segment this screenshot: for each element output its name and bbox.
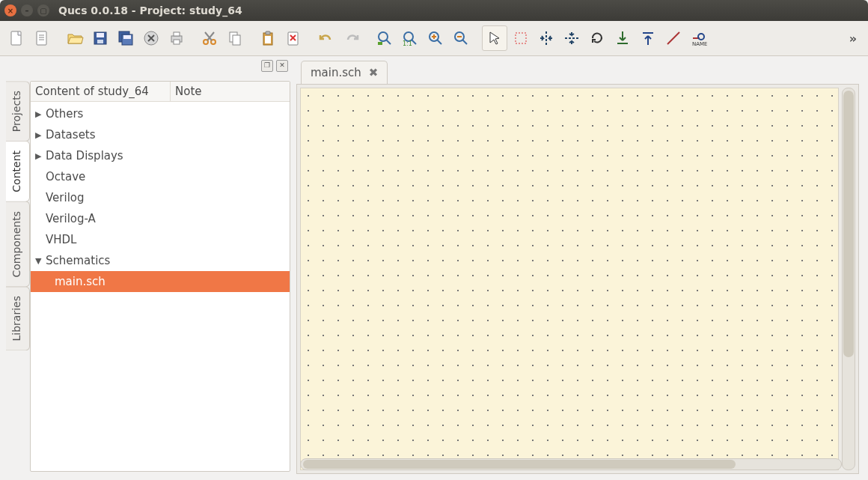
svg-rect-14 (174, 40, 180, 44)
select-tool-button[interactable] (482, 25, 507, 51)
content-header-note[interactable]: Note (171, 82, 207, 101)
close-file-button[interactable] (139, 26, 163, 50)
tree-item-label: Verilog (46, 191, 85, 204)
name-label-button[interactable]: NAME (687, 26, 711, 50)
name-label-icon: NAME (690, 29, 708, 47)
content-header-main[interactable]: Content of study_64 (31, 82, 171, 101)
print-button[interactable] (165, 26, 189, 50)
tree-item-data-displays[interactable]: ▶Data Displays (31, 145, 290, 166)
arrow-up-out-icon (639, 29, 657, 47)
cut-button[interactable] (198, 26, 221, 50)
delete-button[interactable] (281, 26, 305, 50)
panel-restore-button[interactable]: ❐ (261, 60, 273, 72)
delete-x-icon (284, 29, 302, 47)
horizontal-scrollbar-thumb[interactable] (303, 460, 736, 469)
schematic-canvas-wrap (296, 84, 859, 474)
content-tree-panel: Content of study_64 Note ▶Others ▶Datase… (30, 81, 290, 472)
move-out-button[interactable] (636, 26, 660, 50)
tree-item-label: Schematics (46, 254, 110, 267)
new-text-icon (33, 29, 51, 47)
zoom-in-button[interactable] (424, 26, 447, 50)
zoom-100-button[interactable]: 1:1 (398, 26, 422, 50)
tree-item-octave[interactable]: ▶Octave (31, 166, 290, 187)
zoom-fit-icon (376, 29, 394, 47)
content-tree: ▶Others ▶Datasets ▶Data Displays ▶Octave… (31, 102, 290, 292)
tree-item-datasets[interactable]: ▶Datasets (31, 124, 290, 145)
save-all-icon (117, 29, 135, 47)
window-close-button[interactable]: × (4, 4, 16, 16)
toolbar-overflow-button[interactable]: » (843, 31, 864, 46)
window-minimize-button[interactable]: – (21, 4, 33, 16)
side-tab-projects[interactable]: Projects (6, 81, 30, 142)
folder-open-icon (66, 29, 84, 47)
document-tab-main-sch[interactable]: main.sch ✖ (301, 61, 388, 85)
document-tab-close-button[interactable]: ✖ (369, 66, 379, 79)
rotate-icon (588, 29, 606, 47)
svg-rect-36 (516, 33, 526, 43)
select-rect-button[interactable] (509, 26, 533, 50)
save-button[interactable] (88, 26, 112, 50)
tree-item-label: Verilog-A (46, 212, 96, 225)
clipboard-icon (259, 29, 277, 47)
mirror-v-button[interactable] (560, 26, 584, 50)
window-maximize-button[interactable]: ▢ (37, 4, 49, 16)
save-icon (91, 29, 109, 47)
tree-item-vhdl[interactable]: ▶VHDL (31, 229, 290, 250)
new-text-button[interactable] (30, 26, 54, 50)
vertical-scrollbar-thumb[interactable] (843, 91, 854, 357)
side-tab-libraries[interactable]: Libraries (6, 286, 30, 350)
mirror-h-button[interactable] (534, 26, 558, 50)
undo-button[interactable] (314, 26, 338, 50)
svg-rect-20 (266, 31, 270, 34)
move-into-button[interactable] (611, 26, 635, 50)
svg-rect-18 (233, 35, 240, 45)
tree-item-label: Octave (46, 170, 85, 183)
new-file-button[interactable] (4, 26, 28, 50)
horizontal-scrollbar[interactable] (300, 458, 842, 470)
svg-rect-25 (378, 42, 382, 45)
tree-item-schematics[interactable]: ▼Schematics (31, 250, 290, 271)
mirror-h-icon (537, 29, 555, 47)
svg-rect-13 (174, 32, 180, 36)
mirror-v-icon (563, 29, 581, 47)
arrow-down-into-icon (614, 29, 632, 47)
tree-item-others[interactable]: ▶Others (31, 103, 290, 124)
svg-rect-7 (97, 40, 103, 43)
side-tab-components[interactable]: Components (6, 201, 30, 288)
schematic-canvas[interactable] (300, 88, 839, 470)
zoom-fit-button[interactable] (373, 26, 397, 50)
side-tab-content[interactable]: Content (6, 141, 30, 202)
vertical-scrollbar[interactable] (842, 88, 855, 470)
document-tabstrip: main.sch ✖ (296, 60, 859, 85)
paste-button[interactable] (256, 26, 280, 50)
copy-button[interactable] (223, 26, 247, 50)
svg-line-41 (667, 32, 679, 44)
undo-icon (317, 29, 335, 47)
wire-tool-button[interactable] (661, 26, 685, 50)
tree-item-label: Data Displays (46, 149, 123, 162)
svg-text:1:1: 1:1 (403, 40, 412, 47)
rotate-button[interactable] (585, 26, 609, 50)
svg-text:NAME: NAME (692, 41, 708, 47)
tree-item-verilog-a[interactable]: ▶Verilog-A (31, 208, 290, 229)
panel-mini-controls: ❐ ✕ (37, 60, 290, 75)
save-all-button[interactable] (114, 26, 138, 50)
redo-button[interactable] (340, 26, 364, 50)
window-titlebar: × – ▢ Qucs 0.0.18 - Project: study_64 (0, 0, 868, 21)
close-circle-icon (142, 29, 160, 47)
zoom-out-icon (452, 29, 470, 47)
tree-item-main-sch[interactable]: main.sch (31, 271, 290, 292)
svg-rect-10 (123, 35, 131, 39)
zoom-100-icon: 1:1 (401, 29, 419, 47)
svg-point-43 (698, 34, 704, 40)
main-toolbar: 1:1 NAME » (0, 21, 868, 56)
zoom-in-icon (427, 29, 444, 47)
tree-item-verilog[interactable]: ▶Verilog (31, 187, 290, 208)
panel-close-button[interactable]: ✕ (276, 60, 288, 72)
zoom-out-button[interactable] (449, 26, 473, 50)
redo-icon (343, 29, 361, 47)
open-button[interactable] (63, 26, 87, 50)
select-rect-icon (512, 29, 530, 47)
svg-line-34 (462, 40, 467, 44)
wire-icon (664, 29, 682, 47)
